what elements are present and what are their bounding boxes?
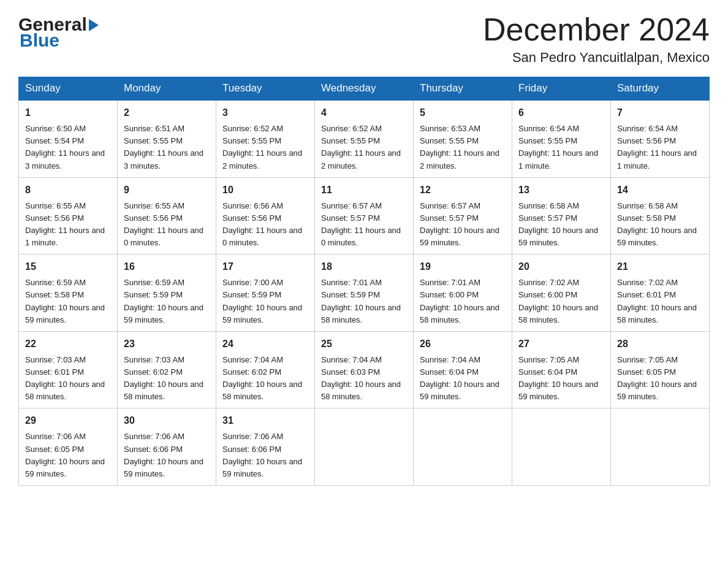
calendar-table: SundayMondayTuesdayWednesdayThursdayFrid… <box>18 77 710 486</box>
calendar-cell: 26Sunrise: 7:04 AMSunset: 6:04 PMDayligh… <box>414 331 512 408</box>
day-info: Sunrise: 7:04 AMSunset: 6:03 PMDaylight:… <box>321 354 407 404</box>
day-info: Sunrise: 7:00 AMSunset: 5:59 PMDaylight:… <box>222 277 308 326</box>
day-number: 29 <box>25 413 111 428</box>
day-number: 18 <box>321 259 407 274</box>
day-info: Sunrise: 6:51 AMSunset: 5:55 PMDaylight:… <box>124 123 210 172</box>
day-number: 3 <box>222 105 308 120</box>
day-info: Sunrise: 7:02 AMSunset: 6:01 PMDaylight:… <box>617 277 703 326</box>
calendar-cell: 22Sunrise: 7:03 AMSunset: 6:01 PMDayligh… <box>19 331 118 408</box>
header-wednesday: Wednesday <box>315 77 414 101</box>
day-number: 12 <box>420 183 506 197</box>
day-info: Sunrise: 7:05 AMSunset: 6:05 PMDaylight:… <box>617 354 703 404</box>
day-number: 5 <box>420 105 506 120</box>
day-number: 14 <box>617 183 703 197</box>
calendar-cell: 3Sunrise: 6:52 AMSunset: 5:55 PMDaylight… <box>216 100 315 177</box>
calendar-cell: 13Sunrise: 6:58 AMSunset: 5:57 PMDayligh… <box>512 177 611 255</box>
day-number: 27 <box>518 337 604 351</box>
calendar-cell <box>611 408 710 486</box>
header-monday: Monday <box>118 77 216 101</box>
day-number: 1 <box>25 105 111 120</box>
day-number: 16 <box>124 259 210 274</box>
day-info: Sunrise: 7:01 AMSunset: 6:00 PMDaylight:… <box>420 277 506 326</box>
day-info: Sunrise: 6:58 AMSunset: 5:58 PMDaylight:… <box>617 200 703 250</box>
page-header: General Blue December 2024 San Pedro Yan… <box>18 12 710 66</box>
day-number: 15 <box>25 259 111 274</box>
calendar-cell: 27Sunrise: 7:05 AMSunset: 6:04 PMDayligh… <box>512 331 611 408</box>
header-friday: Friday <box>512 77 611 101</box>
calendar-cell: 25Sunrise: 7:04 AMSunset: 6:03 PMDayligh… <box>315 331 414 408</box>
calendar-cell: 4Sunrise: 6:52 AMSunset: 5:55 PMDaylight… <box>315 100 414 177</box>
day-number: 28 <box>617 337 703 351</box>
logo: General Blue <box>18 12 99 50</box>
day-info: Sunrise: 7:03 AMSunset: 6:02 PMDaylight:… <box>124 354 210 404</box>
calendar-cell: 8Sunrise: 6:55 AMSunset: 5:56 PMDaylight… <box>19 177 118 255</box>
day-number: 19 <box>420 259 506 274</box>
day-number: 25 <box>321 337 407 351</box>
day-info: Sunrise: 6:52 AMSunset: 5:55 PMDaylight:… <box>321 123 407 172</box>
day-info: Sunrise: 7:06 AMSunset: 6:06 PMDaylight:… <box>124 431 210 480</box>
calendar-cell: 19Sunrise: 7:01 AMSunset: 6:00 PMDayligh… <box>414 255 512 332</box>
day-number: 26 <box>420 337 506 351</box>
calendar-cell: 12Sunrise: 6:57 AMSunset: 5:57 PMDayligh… <box>414 177 512 255</box>
calendar-cell: 10Sunrise: 6:56 AMSunset: 5:56 PMDayligh… <box>216 177 315 255</box>
day-number: 23 <box>124 337 210 351</box>
day-number: 10 <box>222 183 308 197</box>
logo-arrow-icon <box>89 19 99 31</box>
calendar-cell: 24Sunrise: 7:04 AMSunset: 6:02 PMDayligh… <box>216 331 315 408</box>
day-number: 21 <box>617 259 703 274</box>
logo-blue: Blue <box>20 31 59 50</box>
day-info: Sunrise: 7:06 AMSunset: 6:05 PMDaylight:… <box>25 431 111 480</box>
day-info: Sunrise: 6:50 AMSunset: 5:54 PMDaylight:… <box>25 123 111 172</box>
day-info: Sunrise: 6:58 AMSunset: 5:57 PMDaylight:… <box>518 200 604 250</box>
day-number: 30 <box>124 413 210 428</box>
day-number: 13 <box>518 183 604 197</box>
calendar-cell <box>414 408 512 486</box>
calendar-cell: 17Sunrise: 7:00 AMSunset: 5:59 PMDayligh… <box>216 255 315 332</box>
day-info: Sunrise: 6:54 AMSunset: 5:55 PMDaylight:… <box>518 123 604 172</box>
calendar-cell: 23Sunrise: 7:03 AMSunset: 6:02 PMDayligh… <box>118 331 216 408</box>
calendar-cell: 2Sunrise: 6:51 AMSunset: 5:55 PMDaylight… <box>118 100 216 177</box>
header-thursday: Thursday <box>414 77 512 101</box>
header-saturday: Saturday <box>611 77 710 101</box>
calendar-cell: 30Sunrise: 7:06 AMSunset: 6:06 PMDayligh… <box>118 408 216 486</box>
day-info: Sunrise: 6:55 AMSunset: 5:56 PMDaylight:… <box>25 200 111 250</box>
day-info: Sunrise: 7:04 AMSunset: 6:02 PMDaylight:… <box>222 354 308 404</box>
calendar-cell: 6Sunrise: 6:54 AMSunset: 5:55 PMDaylight… <box>512 100 611 177</box>
day-info: Sunrise: 7:03 AMSunset: 6:01 PMDaylight:… <box>25 354 111 404</box>
week-row-5: 29Sunrise: 7:06 AMSunset: 6:05 PMDayligh… <box>19 408 710 486</box>
calendar-cell: 31Sunrise: 7:06 AMSunset: 6:06 PMDayligh… <box>216 408 315 486</box>
calendar-cell: 11Sunrise: 6:57 AMSunset: 5:57 PMDayligh… <box>315 177 414 255</box>
day-info: Sunrise: 6:54 AMSunset: 5:56 PMDaylight:… <box>617 123 703 172</box>
day-number: 2 <box>124 105 210 120</box>
calendar-cell: 18Sunrise: 7:01 AMSunset: 5:59 PMDayligh… <box>315 255 414 332</box>
calendar-cell <box>315 408 414 486</box>
day-info: Sunrise: 6:52 AMSunset: 5:55 PMDaylight:… <box>222 123 308 172</box>
day-number: 8 <box>25 183 111 197</box>
day-info: Sunrise: 7:06 AMSunset: 6:06 PMDaylight:… <box>222 431 308 480</box>
calendar-header-row: SundayMondayTuesdayWednesdayThursdayFrid… <box>19 77 710 101</box>
day-info: Sunrise: 7:02 AMSunset: 6:00 PMDaylight:… <box>518 277 604 326</box>
day-info: Sunrise: 7:04 AMSunset: 6:04 PMDaylight:… <box>420 354 506 404</box>
calendar-cell: 5Sunrise: 6:53 AMSunset: 5:55 PMDaylight… <box>414 100 512 177</box>
header-sunday: Sunday <box>19 77 118 101</box>
week-row-1: 1Sunrise: 6:50 AMSunset: 5:54 PMDaylight… <box>19 100 710 177</box>
day-number: 6 <box>518 105 604 120</box>
calendar-cell: 1Sunrise: 6:50 AMSunset: 5:54 PMDaylight… <box>19 100 118 177</box>
header-tuesday: Tuesday <box>216 77 315 101</box>
day-info: Sunrise: 6:59 AMSunset: 5:58 PMDaylight:… <box>25 277 111 326</box>
day-number: 9 <box>124 183 210 197</box>
calendar-cell: 28Sunrise: 7:05 AMSunset: 6:05 PMDayligh… <box>611 331 710 408</box>
calendar-cell <box>512 408 611 486</box>
day-number: 20 <box>518 259 604 274</box>
day-number: 4 <box>321 105 407 120</box>
day-number: 24 <box>222 337 308 351</box>
day-number: 7 <box>617 105 703 120</box>
calendar-cell: 7Sunrise: 6:54 AMSunset: 5:56 PMDaylight… <box>611 100 710 177</box>
title-section: December 2024 San Pedro Yancuitlalpan, M… <box>483 12 710 66</box>
location-title: San Pedro Yancuitlalpan, Mexico <box>483 50 710 66</box>
calendar-cell: 21Sunrise: 7:02 AMSunset: 6:01 PMDayligh… <box>611 255 710 332</box>
week-row-2: 8Sunrise: 6:55 AMSunset: 5:56 PMDaylight… <box>19 177 710 255</box>
calendar-cell: 29Sunrise: 7:06 AMSunset: 6:05 PMDayligh… <box>19 408 118 486</box>
day-number: 17 <box>222 259 308 274</box>
day-info: Sunrise: 7:05 AMSunset: 6:04 PMDaylight:… <box>518 354 604 404</box>
